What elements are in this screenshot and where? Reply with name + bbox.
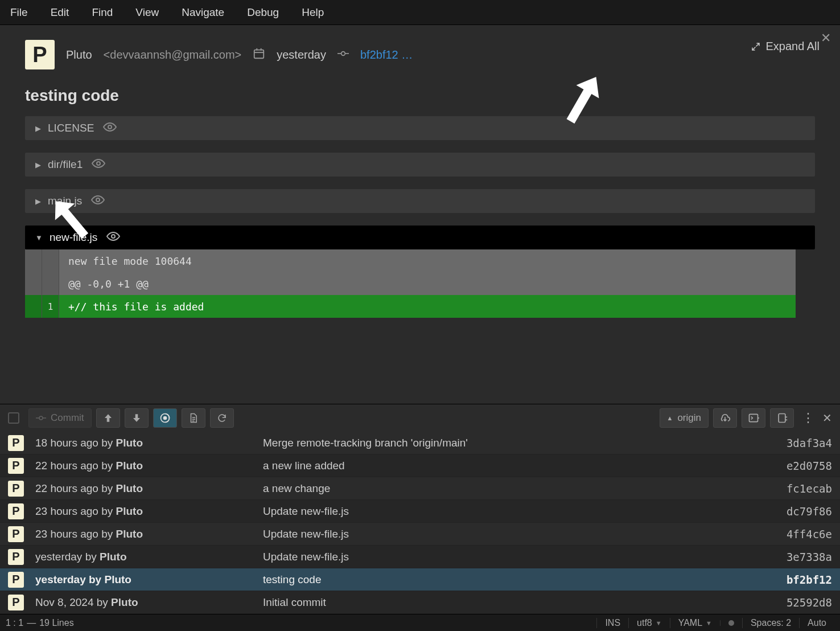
commit-hash: bf2bf12 (787, 573, 832, 586)
changed-files-list: ▶ LICENSE ▶ dir/file1 ▶ main.js ▼ new-fi… (25, 116, 815, 318)
expand-all-label: Expand All (765, 40, 820, 53)
svg-point-7 (108, 125, 112, 129)
history-toolbar: Commit ▲ origin ⋮ ✕ (0, 404, 840, 432)
language-text: YAML (678, 618, 702, 628)
cursor-position[interactable]: 1 : 1 — 19 Lines (6, 618, 82, 628)
history-row[interactable]: PNov 8, 2024 by PlutoInitial commit52592… (0, 591, 840, 614)
commit-message: Initial commit (263, 596, 775, 609)
history-row[interactable]: P23 hours ago by PlutoUpdate new-file.js… (0, 523, 840, 546)
svg-point-11 (39, 416, 43, 420)
branch-button[interactable] (153, 408, 177, 428)
commit-message: testing code (263, 573, 775, 586)
author-email: <devvaannsh@gmail.com> (104, 48, 242, 62)
menu-debug[interactable]: Debug (236, 2, 290, 23)
eye-icon[interactable] (106, 230, 120, 246)
history-row[interactable]: P23 hours ago by PlutoUpdate new-file.js… (0, 500, 840, 523)
menu-help[interactable]: Help (290, 2, 335, 23)
expand-all-button[interactable]: Expand All (751, 40, 820, 53)
commit-title: testing code (25, 87, 834, 105)
file-row-newfilejs[interactable]: ▼ new-file.js (25, 226, 815, 249)
origin-label: origin (677, 412, 701, 424)
close-history-button[interactable]: ✕ (822, 411, 832, 425)
refresh-icon (217, 413, 227, 423)
author-avatar: P (8, 549, 24, 565)
commit-hash: 3e7338a (787, 551, 832, 563)
indent-selector[interactable]: Spaces: 2 (742, 618, 799, 628)
auto-indicator[interactable]: Auto (799, 618, 834, 628)
commit-hash: dc79f86 (787, 505, 832, 518)
fetch-button[interactable] (713, 408, 737, 428)
diff-gutter-new (42, 249, 59, 272)
diff-added-content: +// this file is added (59, 301, 204, 313)
status-dot-icon (728, 620, 734, 626)
status-dash: — (27, 618, 36, 628)
settings-button[interactable] (770, 408, 794, 428)
file-button[interactable] (182, 408, 205, 428)
history-row[interactable]: P22 hours ago by Plutoa new line addede2… (0, 454, 840, 477)
history-row[interactable]: Pyesterday by Plutotesting codebf2bf12 (0, 568, 840, 591)
author-avatar: P (8, 481, 24, 497)
commit-message: Update new-file.js (263, 528, 775, 540)
diff-line: @@ -0,0 +1 @@ (25, 272, 796, 295)
eye-icon[interactable] (91, 193, 105, 210)
history-list: P18 hours ago by PlutoMerge remote-track… (0, 432, 840, 614)
author-avatar: P (8, 503, 24, 519)
menu-edit[interactable]: Edit (39, 2, 81, 23)
commit-message: Update new-file.js (263, 551, 775, 563)
refresh-button[interactable] (210, 408, 234, 428)
commit-message: Update new-file.js (263, 505, 775, 518)
svg-rect-22 (779, 414, 785, 423)
file-row-license[interactable]: ▶ LICENSE (25, 116, 815, 140)
menu-bar: File Edit Find View Navigate Debug Help (0, 0, 840, 25)
language-selector[interactable]: YAML ▼ (670, 618, 720, 628)
select-all-checkbox[interactable] (8, 412, 19, 424)
commit-hash: 4ff4c6e (787, 528, 832, 540)
file-row-mainjs[interactable]: ▶ main.js (25, 189, 815, 213)
author-avatar: P (8, 435, 24, 451)
commit-message: a new line added (263, 460, 775, 472)
expand-icon (751, 42, 761, 52)
commit-when: 22 hours ago by Pluto (35, 482, 252, 495)
commit-when: 22 hours ago by Pluto (35, 460, 252, 472)
status-indicator[interactable] (720, 620, 742, 626)
commit-hash: fc1ecab (787, 482, 832, 495)
status-bar: 1 : 1 — 19 Lines INS utf8 ▼ YAML ▼ Space… (0, 614, 840, 631)
commit-when: 18 hours ago by Pluto (35, 437, 252, 449)
menu-view[interactable]: View (124, 2, 170, 23)
author-avatar: P (8, 458, 24, 474)
history-row[interactable]: P18 hours ago by PlutoMerge remote-track… (0, 432, 840, 454)
origin-dropdown[interactable]: ▲ origin (660, 408, 709, 428)
diff-line-added: 1 +// this file is added (25, 295, 796, 318)
pull-button[interactable] (125, 408, 149, 428)
svg-point-9 (96, 198, 100, 202)
file-name: main.js (48, 195, 82, 207)
chevron-up-icon: ▲ (667, 415, 673, 421)
commit-detail-panel: ✕ P Pluto <devvaannsh@gmail.com> yesterd… (0, 25, 840, 404)
diff-gutter-new (42, 272, 59, 295)
menu-navigate[interactable]: Navigate (170, 2, 236, 23)
commit-hash-link[interactable]: bf2bf12 … (360, 48, 413, 62)
file-icon (188, 413, 199, 423)
svg-point-10 (112, 235, 115, 238)
svg-point-15 (163, 417, 166, 420)
commit-button[interactable]: Commit (28, 408, 92, 428)
svg-rect-0 (254, 50, 264, 58)
svg-rect-20 (750, 414, 758, 421)
terminal-button[interactable] (742, 408, 765, 428)
file-row-dirfile1[interactable]: ▶ dir/file1 (25, 153, 815, 177)
history-row[interactable]: P22 hours ago by Plutoa new changefc1eca… (0, 477, 840, 500)
encoding-text: utf8 (637, 618, 652, 628)
menu-file[interactable]: File (2, 2, 39, 23)
menu-find[interactable]: Find (80, 2, 124, 23)
commit-hash: 52592d8 (787, 596, 832, 609)
push-button[interactable] (96, 408, 120, 428)
file-name: new-file.js (50, 231, 97, 244)
encoding-selector[interactable]: utf8 ▼ (628, 618, 670, 628)
eye-icon[interactable] (103, 120, 117, 137)
commit-hash: 3daf3a4 (787, 437, 832, 449)
more-menu-button[interactable]: ⋮ (802, 411, 814, 425)
history-row[interactable]: Pyesterday by PlutoUpdate new-file.js3e7… (0, 546, 840, 568)
insert-mode[interactable]: INS (596, 618, 628, 628)
commit-when: Nov 8, 2024 by Pluto (35, 596, 252, 609)
eye-icon[interactable] (92, 157, 105, 173)
